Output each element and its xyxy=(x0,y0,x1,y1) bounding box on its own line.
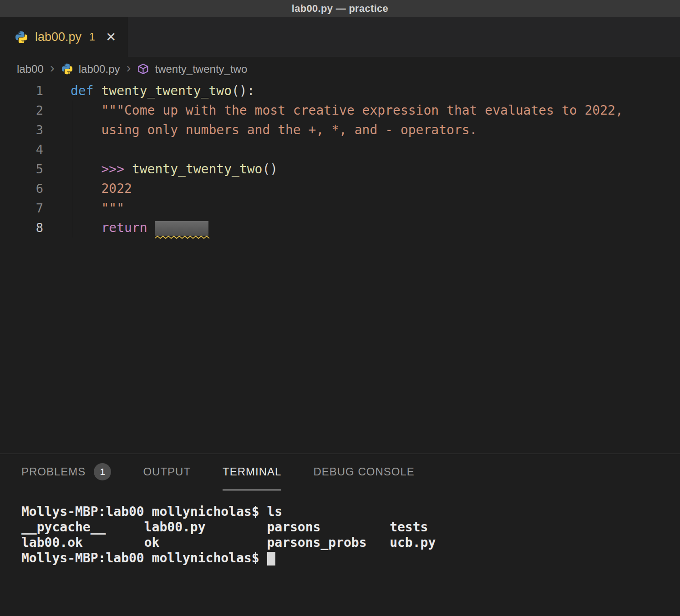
tab-problem-count-badge: 1 xyxy=(89,31,95,43)
code-line-5[interactable]: 5 >>> twenty_twenty_two() xyxy=(0,159,680,179)
python-icon xyxy=(61,63,73,75)
terminal-line: Mollys-MBP:lab00 mollynicholas$ ls xyxy=(21,504,680,520)
line-number: 5 xyxy=(0,159,43,179)
chevron-right-icon: › xyxy=(125,61,132,77)
code-line-4[interactable]: 4 xyxy=(0,140,680,159)
warning-highlight xyxy=(155,221,208,236)
breadcrumb-item-folder[interactable]: lab00 xyxy=(17,63,44,76)
chevron-right-icon: › xyxy=(49,61,56,77)
line-number: 3 xyxy=(0,120,43,140)
vscode-window: lab00.py — practice lab00.py 1 ✕ lab00 ›… xyxy=(0,0,680,616)
terminal-line: __pycache__ lab00.py parsons tests xyxy=(21,520,680,535)
code-token: using only numbers and the +, *, and - o… xyxy=(101,122,477,137)
terminal-cursor xyxy=(267,552,275,566)
code-lines-container: 1def twenty_twenty_two():2 """Come up wi… xyxy=(0,81,680,237)
bottom-panel: PROBLEMS 1 OUTPUT TERMINAL DEBUG CONSOLE… xyxy=(0,454,680,616)
line-number: 7 xyxy=(0,198,43,218)
panel-tab-label: DEBUG CONSOLE xyxy=(313,465,414,478)
code-line-6[interactable]: 6 2022 xyxy=(0,179,680,198)
line-number: 8 xyxy=(0,218,43,237)
code-token xyxy=(71,201,101,216)
panel-tab-label: TERMINAL xyxy=(223,465,281,478)
code-token xyxy=(124,162,132,177)
code-token: twenty_twenty_two xyxy=(132,162,263,177)
code-token: twenty_twenty_two xyxy=(101,83,232,98)
panel-tab-label: OUTPUT xyxy=(143,465,191,478)
code-token: def xyxy=(71,83,94,98)
indent-guide xyxy=(73,101,73,237)
code-token: """ xyxy=(101,201,124,216)
panel-tab-debug-console[interactable]: DEBUG CONSOLE xyxy=(313,454,414,490)
panel-tab-bar: PROBLEMS 1 OUTPUT TERMINAL DEBUG CONSOLE xyxy=(0,454,680,490)
window-titlebar[interactable]: lab00.py — practice xyxy=(0,0,680,17)
close-icon[interactable]: ✕ xyxy=(106,31,116,44)
code-token xyxy=(94,83,101,98)
python-icon xyxy=(15,30,28,44)
code-token: (): xyxy=(232,83,255,98)
line-number: 1 xyxy=(0,81,43,101)
code-line-3[interactable]: 3 using only numbers and the +, *, and -… xyxy=(0,120,680,140)
code-token xyxy=(71,103,101,118)
panel-tab-output[interactable]: OUTPUT xyxy=(143,454,191,490)
code-token: return xyxy=(101,220,147,235)
code-token: >>> xyxy=(101,162,124,177)
symbol-cube-icon xyxy=(137,63,149,75)
line-number: 2 xyxy=(0,101,43,120)
terminal-line: lab00.ok ok parsons_probs ucb.py xyxy=(21,535,680,550)
code-token xyxy=(71,220,101,235)
panel-tab-problems[interactable]: PROBLEMS 1 xyxy=(21,454,111,490)
breadcrumb-item-file[interactable]: lab00.py xyxy=(79,63,120,76)
problems-count-badge: 1 xyxy=(94,463,111,480)
code-line-2[interactable]: 2 """Come up with the most creative expr… xyxy=(0,101,680,120)
code-token xyxy=(71,122,101,137)
code-token xyxy=(71,181,101,196)
window-title: lab00.py — practice xyxy=(292,3,388,15)
line-number: 6 xyxy=(0,179,43,198)
code-line-8[interactable]: 8 return xyxy=(0,218,680,237)
code-editor[interactable]: 1def twenty_twenty_two():2 """Come up wi… xyxy=(0,81,680,454)
breadcrumb: lab00 › lab00.py › twenty_twenty_two xyxy=(0,57,680,81)
terminal-line: Mollys-MBP:lab00 mollynicholas$ xyxy=(21,550,680,566)
terminal[interactable]: Mollys-MBP:lab00 mollynicholas$ ls __pyc… xyxy=(0,490,680,566)
panel-tab-terminal[interactable]: TERMINAL xyxy=(223,454,281,490)
code-token xyxy=(147,220,155,235)
code-line-1[interactable]: 1def twenty_twenty_two(): xyxy=(0,81,680,101)
code-token: 2022 xyxy=(101,181,132,196)
breadcrumb-item-symbol[interactable]: twenty_twenty_two xyxy=(155,63,247,76)
panel-tab-label: PROBLEMS xyxy=(21,465,86,478)
code-token: () xyxy=(262,162,278,177)
tab-lab00py[interactable]: lab00.py 1 ✕ xyxy=(0,17,128,57)
line-number: 4 xyxy=(0,140,43,159)
code-line-7[interactable]: 7 """ xyxy=(0,198,680,218)
code-token xyxy=(71,162,101,177)
code-token: """Come up with the most creative expres… xyxy=(101,103,623,118)
tab-label: lab00.py xyxy=(35,30,81,44)
warning-squiggle-icon xyxy=(155,235,210,239)
editor-tab-bar: lab00.py 1 ✕ xyxy=(0,17,680,57)
